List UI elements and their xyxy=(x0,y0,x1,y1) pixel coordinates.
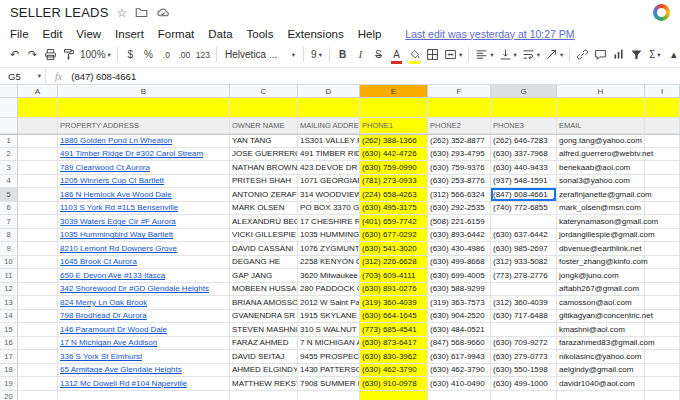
cell-B20[interactable] xyxy=(58,391,230,400)
cell-I13[interactable] xyxy=(645,296,680,310)
font-dropdown[interactable]: Helvetica ... ▾ xyxy=(221,46,299,64)
row-header-13[interactable]: 13 xyxy=(0,296,18,310)
property-link[interactable]: 1880 Golden Pond Ln Wheaton xyxy=(60,136,172,145)
cell-H5[interactable]: zerafinjanette@gmail.com xyxy=(557,188,645,202)
cell-I19[interactable] xyxy=(645,377,680,391)
create-filter-button[interactable] xyxy=(628,45,645,65)
cell-H3[interactable]: benekaab@aol.com xyxy=(557,161,645,175)
cell-E1[interactable]: (262) 388-1366 xyxy=(360,134,428,148)
property-link[interactable]: 1103 S York Rd #1L5 Bensenville xyxy=(60,203,178,212)
paint-format-icon[interactable] xyxy=(60,45,77,65)
cell-G20[interactable] xyxy=(491,391,557,400)
cell-F13[interactable]: (319) 363-7573 xyxy=(428,296,491,310)
cell-F18[interactable]: (630) 462-3790 xyxy=(428,364,491,378)
property-link[interactable]: 65 Armitage Ave Glendale Heights xyxy=(60,365,182,374)
cell-G14[interactable]: (630) 717-6488 xyxy=(491,310,557,324)
banner-cell-H[interactable] xyxy=(557,98,645,118)
row-header-2[interactable]: 2 xyxy=(0,148,18,162)
cell-D8[interactable]: 1035 HUMMINGBI xyxy=(298,229,360,243)
cell-G11[interactable]: (773) 278-2776 xyxy=(491,269,557,283)
text-wrap-button[interactable]: ▾ xyxy=(520,45,542,65)
banner-cell-G[interactable] xyxy=(491,98,557,118)
cell-C5[interactable]: ANTONIO ZERAFI xyxy=(230,188,298,202)
cell-E20[interactable] xyxy=(360,391,428,400)
cell-B2[interactable]: 491 Timber Ridge Dr #302 Carol Stream xyxy=(58,148,230,162)
cell-C17[interactable]: DAVID SEITAJ xyxy=(230,350,298,364)
cell-C20[interactable] xyxy=(230,391,298,400)
cell-F6[interactable]: (630) 292-2535 xyxy=(428,202,491,216)
decrease-decimal-button[interactable]: .0 xyxy=(158,45,175,65)
cell-E8[interactable]: (630) 677-0292 xyxy=(360,229,428,243)
cell-A8[interactable] xyxy=(18,229,58,243)
menu-file[interactable]: File xyxy=(10,28,29,40)
property-link[interactable]: 8210 Lemont Rd Downers Grove xyxy=(60,244,177,253)
increase-decimal-button[interactable]: .00 xyxy=(176,45,193,65)
cell-H8[interactable]: jordangillespie@gmail.com xyxy=(557,229,645,243)
cell-I11[interactable] xyxy=(645,269,680,283)
cell-H20[interactable] xyxy=(557,391,645,400)
cell-G4[interactable]: (937) 548-1591 xyxy=(491,175,557,189)
property-link[interactable]: 3039 Waters Edge Cir #F Aurora xyxy=(60,217,176,226)
cell-G1[interactable]: (262) 646-7283 xyxy=(491,134,557,148)
banner-cell-D[interactable] xyxy=(298,98,360,118)
cell-C10[interactable]: DEGANG HE xyxy=(230,256,298,270)
cell-B3[interactable]: 789 Clearwood Ct Aurora xyxy=(58,161,230,175)
cell-G13[interactable]: (312) 360-4039 xyxy=(491,296,557,310)
cell-E17[interactable]: (630) 830-3962 xyxy=(360,350,428,364)
cell-E19[interactable]: (630) 910-0978 xyxy=(360,377,428,391)
cell-D4[interactable]: 1071 GEORGIAN xyxy=(298,175,360,189)
cell-H17[interactable]: nikolasinc@yahoo.com xyxy=(557,350,645,364)
font-size-dropdown[interactable]: 9 ▾ xyxy=(308,45,325,65)
cell-B19[interactable]: 1312 Mc Dowell Rd #104 Naperville xyxy=(58,377,230,391)
cell-D20[interactable] xyxy=(298,391,360,400)
property-link[interactable]: 1205 Winners Cup Ct Bartlett xyxy=(60,176,164,185)
cell-E12[interactable]: (630) 891-0276 xyxy=(360,283,428,297)
cell-I1[interactable] xyxy=(645,134,680,148)
horizontal-align-button[interactable]: ▾ xyxy=(473,45,495,65)
column-header-G[interactable]: G xyxy=(491,85,557,97)
cell-E4[interactable]: (781) 273-0933 xyxy=(360,175,428,189)
cell-E18[interactable]: (630) 462-3790 xyxy=(360,364,428,378)
cell-A4[interactable] xyxy=(18,175,58,189)
cell-D12[interactable]: 280 PADDOCK CI xyxy=(298,283,360,297)
cell-D14[interactable]: 1915 SKYLANE D xyxy=(298,310,360,324)
cell-C18[interactable]: AHMED ELGINDY xyxy=(230,364,298,378)
cell-F17[interactable]: (630) 617-9943 xyxy=(428,350,491,364)
cell-F11[interactable]: (630) 699-4005 xyxy=(428,269,491,283)
property-link[interactable]: 336 S York St Elmhurst xyxy=(60,352,142,361)
cell-I10[interactable] xyxy=(645,256,680,270)
cell-C19[interactable]: MATTHEW REKST xyxy=(230,377,298,391)
cell-I4[interactable] xyxy=(645,175,680,189)
cell-H12[interactable]: aftabh267@gmail.com xyxy=(557,283,645,297)
cell-G7[interactable] xyxy=(491,215,557,229)
row-header-1[interactable]: 1 xyxy=(0,134,18,148)
column-header-E[interactable]: E xyxy=(360,85,428,97)
cell-F20[interactable] xyxy=(428,391,491,400)
last-edit-link[interactable]: Last edit was yesterday at 10:27 PM xyxy=(405,28,574,40)
cell-G15[interactable] xyxy=(491,323,557,337)
formula-input[interactable]: (847) 608-4661 xyxy=(71,71,136,82)
column-header-H[interactable]: H xyxy=(557,85,645,97)
cell-B11[interactable]: 650 E Devon Ave #133 Itasca xyxy=(58,269,230,283)
cell-F4[interactable]: (630) 253-8776 xyxy=(428,175,491,189)
property-link[interactable]: 491 Timber Ridge Dr #302 Carol Stream xyxy=(60,149,203,158)
insert-link-button[interactable] xyxy=(574,45,591,65)
column-header-I[interactable]: I xyxy=(645,85,680,97)
cell-G16[interactable]: (630) 709-9272 xyxy=(491,337,557,351)
cell-C12[interactable]: MOBEEN HUSSAIN xyxy=(230,283,298,297)
cell-D1[interactable]: 1S301 VALLEY RD xyxy=(298,134,360,148)
cell-D2[interactable]: 491 TIMBER RIDG xyxy=(298,148,360,162)
cell-H19[interactable]: davidr1040@aol.com xyxy=(557,377,645,391)
cell-D3[interactable]: 423 DEVOE DR OS xyxy=(298,161,360,175)
cell-A18[interactable] xyxy=(18,364,58,378)
cell-C11[interactable]: GAP JANG xyxy=(230,269,298,283)
cell-B14[interactable]: 798 Brodhead Dr Aurora xyxy=(58,310,230,324)
cell-F1[interactable]: (262) 352-8877 xyxy=(428,134,491,148)
cell-F14[interactable]: (630) 904-2520 xyxy=(428,310,491,324)
property-link[interactable]: 824 Merry Ln Oak Brook xyxy=(60,298,147,307)
cell-B4[interactable]: 1205 Winners Cup Ct Bartlett xyxy=(58,175,230,189)
cell-H16[interactable]: farazahmed83@gmail.com xyxy=(557,337,645,351)
row-header-17[interactable]: 17 xyxy=(0,350,18,364)
cell-G6[interactable]: (740) 772-6855 xyxy=(491,202,557,216)
strikethrough-button[interactable]: S xyxy=(370,45,387,65)
